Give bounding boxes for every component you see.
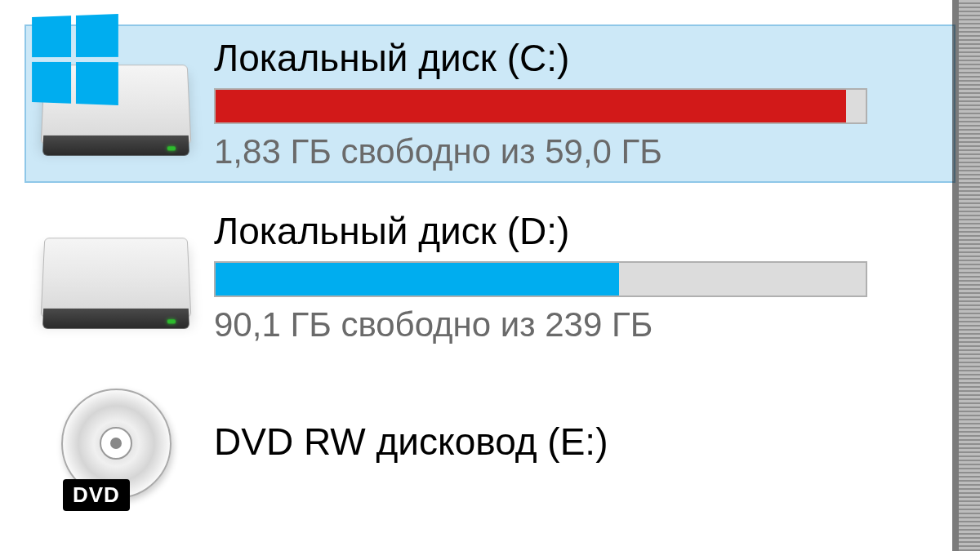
- drive-label: Локальный диск (C:): [214, 36, 946, 80]
- drive-info: DVD RW дисковод (E:): [214, 420, 946, 472]
- drive-item-c[interactable]: Локальный диск (C:) 1,83 ГБ свободно из …: [24, 24, 956, 183]
- hdd-icon: [41, 238, 192, 318]
- drive-label: DVD RW дисковод (E:): [214, 420, 946, 464]
- capacity-bar: [214, 261, 867, 297]
- windows-logo-icon: [32, 14, 118, 105]
- drive-label: Локальный диск (D:): [214, 209, 946, 253]
- drive-info: Локальный диск (C:) 1,83 ГБ свободно из …: [214, 36, 946, 171]
- drive-status: 90,1 ГБ свободно из 239 ГБ: [214, 305, 946, 344]
- capacity-bar: [214, 88, 867, 124]
- drive-icon-c: [34, 38, 198, 169]
- hdd-led-icon: [167, 146, 176, 150]
- capacity-fill: [216, 90, 846, 122]
- drive-info: Локальный диск (D:) 90,1 ГБ свободно из …: [214, 209, 946, 344]
- drives-list: Локальный диск (C:) 1,83 ГБ свободно из …: [0, 0, 980, 483]
- capacity-fill: [216, 263, 619, 295]
- drive-status: 1,83 ГБ свободно из 59,0 ГБ: [214, 132, 946, 171]
- drive-icon-d: [34, 211, 198, 342]
- dvd-badge-icon: DVD: [63, 479, 130, 511]
- drive-item-e[interactable]: DVD DVD RW дисковод (E:): [24, 371, 956, 483]
- drive-item-d[interactable]: Локальный диск (D:) 90,1 ГБ свободно из …: [24, 198, 956, 356]
- dvd-disc-icon: DVD: [55, 382, 177, 504]
- window-edge-decoration: [959, 0, 980, 551]
- drive-icon-e: DVD: [34, 382, 198, 472]
- hdd-led-icon: [167, 319, 176, 323]
